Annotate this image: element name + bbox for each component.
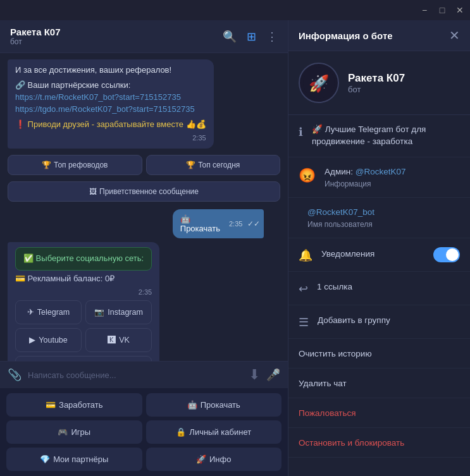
msg-time-1: 2:35	[15, 133, 206, 143]
links-content: 1 ссылка	[317, 281, 460, 293]
admin-link[interactable]: @RocketK07	[356, 167, 406, 176]
partners-button[interactable]: 💎 Мои партнёры	[6, 448, 142, 471]
add-to-group-row[interactable]: ☰ Добавить в группу	[288, 305, 470, 339]
notifications-label: Уведомления	[321, 248, 374, 260]
msg-text-achievement: И за все достижения, ваших рефералов!	[15, 64, 206, 76]
chat-header-info: Ракета К07 бот	[10, 27, 61, 46]
info-panel: Информация о боте ✕ 🚀 Ракета К07 бот ℹ 🚀	[288, 20, 470, 476]
bot-username[interactable]: @RocketK07_bot	[307, 207, 460, 219]
bot-name: Ракета К07	[348, 72, 405, 85]
report-row[interactable]: Пожаловаться	[288, 398, 470, 428]
info-description-row: ℹ 🚀 Лучшие Telegram бот для продвижение …	[288, 115, 470, 157]
info-panel-title: Информация о боте	[299, 30, 393, 41]
notification-icon: 🔔	[299, 248, 312, 262]
info-admin-row: 😡 Админ: @RocketK07 Информация	[288, 157, 470, 198]
title-bar: − □ ✕	[0, 0, 470, 20]
info-close-button[interactable]: ✕	[449, 28, 460, 43]
layout-icon[interactable]: ⊞	[247, 30, 256, 44]
bottom-keyboard: 💳 Заработать 🤖 Прокачать 🎮 Игры 🔒 Личный…	[0, 388, 288, 476]
add-group-label: Добавить в группу	[318, 315, 390, 325]
add-group-icon: ☰	[299, 315, 309, 329]
pump-bottom-button[interactable]: 🤖 Прокачать	[146, 393, 282, 417]
top-today-button[interactable]: 🏆 Топ сегодня	[146, 155, 281, 175]
rocket-avatar-svg: 🚀	[303, 67, 335, 99]
window-close-button[interactable]: ✕	[455, 5, 465, 15]
scroll-down-icon[interactable]: ⬇	[249, 367, 260, 383]
telegram-social-button[interactable]: ✈ Telegram	[15, 300, 82, 324]
report-label: Пожаловаться	[299, 408, 356, 418]
cabinet-button[interactable]: 🔒 Личный кабинет	[146, 420, 282, 444]
social-choice-text: ✅ Выберите социальную сеть:	[15, 247, 152, 271]
balance-line: 💳 Рекламный баланс: 0₽	[15, 273, 152, 285]
kbd-welcome-row: 🖼 Приветственное сообщение	[8, 181, 280, 202]
info-notifications-row[interactable]: 🔔 Уведомления	[288, 238, 470, 272]
info-rows: ℹ 🚀 Лучшие Telegram бот для продвижение …	[288, 115, 470, 476]
attach-icon[interactable]: 📎	[8, 368, 22, 382]
partner-link-2[interactable]: https://tgdo.me/RocketK07_bot?start=7151…	[15, 104, 195, 114]
info-username-content: @RocketK07_bot Имя пользователя	[307, 207, 460, 229]
info-admin-content: Админ: @RocketK07 Информация	[325, 166, 460, 188]
info-links-row[interactable]: ↩ 1 ссылка	[288, 272, 470, 305]
menu-icon[interactable]: ⋮	[266, 30, 278, 44]
earn-button[interactable]: 💳 Заработать	[6, 393, 142, 417]
admin-icon: 😡	[299, 168, 316, 184]
kbd-top-row: 🏆 Топ рефоводов 🏆 Топ сегодня	[8, 155, 280, 175]
links-label: 1 ссылка	[317, 282, 352, 291]
chat-header: Ракета К07 бот 🔍 ⊞ ⋮	[0, 20, 288, 53]
info-admin-text: Админ: @RocketK07	[325, 166, 460, 178]
main-layout: Ракета К07 бот 🔍 ⊞ ⋮ И за все достижения…	[0, 20, 470, 476]
chat-bot-label: бот	[10, 37, 61, 46]
minimize-button[interactable]: −	[419, 5, 430, 15]
info-icon: ℹ	[299, 125, 303, 139]
msg-invite-text: ❗ Приводи друзей - зарабатывайте вместе …	[15, 119, 206, 131]
msg-time-2: 2:35	[15, 288, 152, 298]
chat-title: Ракета К07	[10, 27, 61, 37]
msg-links-header: 🔗 Ваши партнёрские ссылки:	[15, 80, 206, 92]
bot-profile-info: Ракета К07 бот	[348, 72, 405, 94]
pump-text: 🤖 Прокачать	[180, 214, 220, 233]
delete-chat-label: Удалить чат	[299, 379, 347, 388]
pump-time: 2:35	[229, 220, 242, 228]
svg-text:🚀: 🚀	[309, 73, 330, 94]
social-choice-message: ✅ Выберите социальную сеть: 💳 Рекламный …	[8, 242, 159, 361]
message-input[interactable]	[28, 370, 242, 380]
info-description-content: 🚀 Лучшие Telegram бот для продвижение - …	[312, 124, 460, 148]
notifications-toggle[interactable]	[433, 247, 460, 262]
top-referrals-button[interactable]: 🏆 Топ рефоводов	[8, 155, 142, 175]
block-label: Остановить и блокировать	[299, 438, 404, 448]
info-button[interactable]: 🚀 Инфо	[146, 448, 282, 471]
welcome-message-button[interactable]: 🖼 Приветственное сообщение	[8, 181, 280, 202]
notifications-content: Уведомления	[321, 247, 460, 262]
youtube-social-button[interactable]: ▶ Youtube	[15, 328, 82, 352]
info-username-row: @RocketK07_bot Имя пользователя	[288, 198, 470, 238]
vk-social-button[interactable]: 🅺 VK	[85, 328, 152, 352]
double-check-icon: ✓✓	[247, 219, 260, 228]
telegram-mix-button[interactable]: ✈ Telegram - MIX	[15, 356, 152, 361]
chat-messages: И за все достижения, ваших рефералов! 🔗 …	[0, 53, 288, 361]
chat-input-area: 📎 ⬇ 🎤	[0, 361, 288, 388]
chat-header-actions: 🔍 ⊞ ⋮	[223, 30, 278, 44]
add-group-content: Добавить в группу	[318, 314, 460, 326]
pump-message: 🤖 Прокачать 2:35 ✓✓	[173, 209, 280, 238]
info-description-text: 🚀 Лучшие Telegram бот для продвижение - …	[312, 124, 460, 148]
partner-link-1[interactable]: https://t.me/RocketK07_bot?start=7151527…	[15, 92, 181, 102]
clear-history-label: Очистить историю	[299, 349, 372, 358]
bot-profile: 🚀 Ракета К07 бот	[288, 51, 470, 115]
message-partner-links: И за все достижения, ваших рефералов! 🔗 …	[8, 59, 214, 149]
block-row[interactable]: Остановить и блокировать	[288, 428, 470, 458]
search-icon[interactable]: 🔍	[223, 30, 237, 44]
username-sub: Имя пользователя	[307, 220, 460, 229]
chat-panel: Ракета К07 бот 🔍 ⊞ ⋮ И за все достижения…	[0, 20, 288, 476]
info-header: Информация о боте ✕	[288, 20, 470, 51]
mic-icon[interactable]: 🎤	[266, 368, 280, 382]
games-button[interactable]: 🎮 Игры	[6, 420, 142, 444]
delete-chat-row[interactable]: Удалить чат	[288, 369, 470, 398]
links-icon: ↩	[299, 282, 308, 296]
maximize-button[interactable]: □	[437, 5, 447, 15]
bot-type: бот	[348, 85, 405, 94]
bot-avatar: 🚀	[299, 63, 339, 103]
pump-bubble: 🤖 Прокачать 2:35 ✓✓	[173, 209, 264, 238]
instagram-social-button[interactable]: 📷 Instagram	[85, 300, 152, 324]
clear-history-row[interactable]: Очистить историю	[288, 339, 470, 369]
social-buttons-grid: ✈ Telegram 📷 Instagram ▶ Youtube 🅺 VK ✈ …	[15, 300, 152, 361]
